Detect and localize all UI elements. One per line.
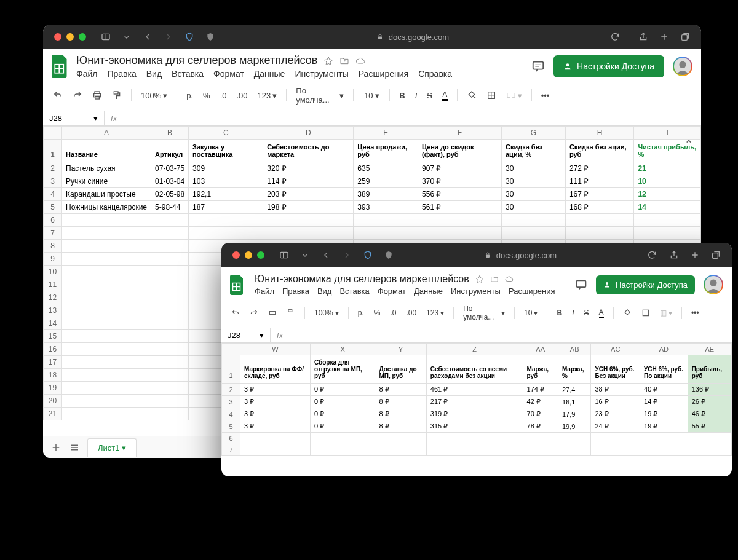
data-cell[interactable]: 167 ₽ [565, 188, 633, 201]
empty-cell[interactable] [62, 330, 151, 343]
col-header[interactable]: W [240, 344, 311, 355]
menu-item[interactable]: Расширения [359, 69, 408, 79]
empty-cell[interactable] [151, 382, 189, 395]
data-cell[interactable]: Пастель сухая [62, 162, 151, 175]
data-cell[interactable]: 21 [634, 162, 701, 175]
borders-button[interactable] [483, 88, 500, 103]
data-cell[interactable]: 23 ₽ [591, 408, 640, 420]
empty-cell[interactable] [151, 304, 189, 317]
traffic-lights[interactable] [232, 251, 264, 259]
more-button[interactable]: ••• [538, 89, 554, 103]
data-cell[interactable]: 40 ₽ [640, 384, 688, 396]
data-cell[interactable]: 114 ₽ [263, 175, 354, 188]
data-cell[interactable]: 55 ₽ [688, 420, 731, 433]
cloud-icon[interactable] [505, 275, 514, 283]
col-header[interactable]: F [418, 127, 502, 140]
header-cell[interactable]: Сборка для отгрузки на МП, руб [310, 355, 375, 384]
empty-cell[interactable] [151, 356, 189, 369]
empty-cell[interactable] [640, 444, 688, 456]
undo-icon[interactable] [49, 88, 66, 103]
col-header[interactable]: Z [426, 344, 523, 355]
star-icon[interactable] [323, 56, 333, 66]
font-select[interactable]: По умолча... ▾ [459, 302, 509, 324]
data-cell[interactable]: 309 [189, 162, 263, 175]
data-cell[interactable]: 136 ₽ [688, 384, 731, 396]
all-sheets-icon[interactable] [69, 442, 80, 453]
data-cell[interactable]: 319 ₽ [426, 408, 523, 420]
data-cell[interactable]: 168 ₽ [565, 201, 633, 214]
share-button[interactable]: Настройки Доступа [596, 275, 695, 294]
data-cell[interactable]: 5-98-44 [151, 201, 189, 214]
data-cell[interactable]: 24 ₽ [591, 420, 640, 433]
bold-button[interactable]: B [553, 306, 566, 320]
empty-cell[interactable] [151, 369, 189, 382]
empty-cell[interactable] [62, 291, 151, 304]
menu-item[interactable]: Правка [282, 286, 309, 296]
sidebar-icon[interactable] [101, 32, 111, 42]
share-icon[interactable] [669, 250, 679, 260]
empty-cell[interactable] [418, 214, 502, 227]
menu-item[interactable]: Инструменты [451, 286, 501, 296]
comments-icon[interactable] [531, 60, 545, 73]
col-header[interactable]: G [502, 127, 566, 140]
col-header[interactable]: AB [558, 344, 591, 355]
data-cell[interactable]: 30 [502, 175, 566, 188]
data-cell[interactable]: 198 ₽ [263, 201, 354, 214]
data-cell[interactable]: 0 ₽ [310, 396, 375, 408]
empty-cell[interactable] [62, 214, 151, 227]
data-cell[interactable]: 192,1 [189, 188, 263, 201]
data-cell[interactable]: 635 [354, 162, 418, 175]
data-cell[interactable]: 3 ₽ [240, 420, 311, 433]
data-cell[interactable]: 461 ₽ [426, 384, 523, 396]
data-cell[interactable]: 0 ₽ [310, 420, 375, 433]
more-button[interactable]: ••• [688, 306, 703, 320]
data-cell[interactable]: 217 ₽ [426, 396, 523, 408]
cloud-icon[interactable] [355, 56, 365, 66]
font-select[interactable]: По умолча... ▾ [292, 84, 347, 107]
empty-cell[interactable] [151, 214, 189, 227]
empty-cell[interactable] [189, 227, 263, 240]
privacy-icon[interactable] [205, 32, 215, 42]
borders-button[interactable] [638, 306, 654, 320]
empty-cell[interactable] [375, 433, 426, 444]
data-cell[interactable]: 8 ₽ [375, 420, 426, 433]
empty-cell[interactable] [62, 278, 151, 291]
col-header[interactable]: A [62, 127, 151, 140]
data-cell[interactable]: 203 ₽ [263, 188, 354, 201]
data-cell[interactable]: 16 ₽ [591, 396, 640, 408]
shield-icon[interactable] [184, 32, 194, 42]
print-icon[interactable] [264, 306, 280, 320]
data-cell[interactable]: 174 ₽ [523, 384, 558, 396]
data-cell[interactable]: 907 ₽ [418, 162, 502, 175]
col-header[interactable]: X [310, 344, 375, 355]
empty-cell[interactable] [151, 240, 189, 253]
new-tab-icon[interactable] [659, 32, 669, 42]
empty-cell[interactable] [310, 433, 375, 444]
data-cell[interactable]: 8 ₽ [375, 408, 426, 420]
data-cell[interactable]: 561 ₽ [418, 201, 502, 214]
empty-cell[interactable] [62, 369, 151, 382]
zoom-select[interactable]: 100% ▾ [311, 306, 343, 320]
header-cell[interactable]: УСН 6%, руб. Без акции [591, 355, 640, 384]
decrease-decimal-button[interactable]: .0 [216, 89, 231, 103]
menu-item[interactable]: Правка [107, 69, 136, 79]
chevron-down-icon[interactable] [300, 250, 310, 260]
avatar[interactable] [673, 57, 692, 76]
header-cell[interactable]: Скидка без ации, руб [565, 140, 633, 162]
text-color-button[interactable]: A [595, 306, 608, 321]
italic-button[interactable]: I [568, 306, 577, 320]
comments-icon[interactable] [575, 278, 587, 291]
data-cell[interactable]: 103 [189, 175, 263, 188]
zoom-select[interactable]: 100% ▾ [137, 89, 171, 103]
empty-cell[interactable] [240, 444, 311, 456]
data-cell[interactable]: 14 [634, 201, 701, 214]
traffic-lights[interactable] [54, 33, 86, 41]
increase-decimal-button[interactable]: .00 [402, 306, 420, 320]
data-cell[interactable]: 389 [354, 188, 418, 201]
empty-cell[interactable] [62, 356, 151, 369]
format-button[interactable]: 123 ▾ [423, 306, 448, 320]
menu-item[interactable]: Файл [76, 69, 97, 79]
share-button[interactable]: Настройки Доступа [554, 55, 664, 77]
header-cell[interactable]: УСН 6%, руб. По акции [640, 355, 688, 384]
sheets-logo-icon[interactable] [52, 54, 70, 79]
